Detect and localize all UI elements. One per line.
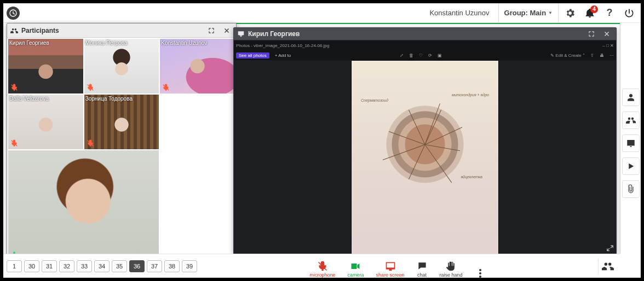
mic-muted-icon <box>87 139 94 147</box>
drawing-label: митохондрия + ядро <box>452 93 489 97</box>
top-bar: Konstantin Uzunov Group: Main ▼ 4 ? <box>3 3 641 23</box>
settings-button[interactable] <box>562 3 578 23</box>
expand-button[interactable] <box>205 25 217 37</box>
edit-create-button[interactable]: ✎ Edit & Create ˅ <box>550 53 585 58</box>
mic-muted-icon <box>10 84 18 91</box>
participant-tile[interactable]: Dalia Velizarova <box>8 95 83 149</box>
mic-muted-icon <box>162 84 170 91</box>
group-label: Group: Main <box>504 9 547 17</box>
session-controls: microphone camera share screen chat rais… <box>199 254 596 278</box>
participants-title: Participants <box>21 27 59 34</box>
delete-icon[interactable]: 🗑 <box>409 53 413 58</box>
help-button[interactable]: ? <box>601 3 618 23</box>
close-button[interactable] <box>601 28 613 40</box>
page-button[interactable]: 31 <box>42 260 57 272</box>
drawing-label: Cперматозоид <box>361 98 388 102</box>
zoom-icon[interactable]: ⤢ <box>400 53 404 58</box>
notifications-button[interactable]: 4 <box>582 3 598 23</box>
participant-name: Моника Петрова <box>85 40 128 46</box>
participant-name: Зорница Тодорова <box>85 96 133 102</box>
heart-icon[interactable]: ♡ <box>419 53 423 58</box>
group-selector[interactable]: Group: Main ▼ <box>498 3 559 22</box>
participants-grid: Кирил Георгиев Моника Петрова Konstantin… <box>7 38 236 256</box>
screen-share-panel: Кирил Георгиев Photos - viber_image_2021… <box>233 27 617 255</box>
tool-label: raise hand <box>440 272 463 278</box>
user-icon <box>626 92 636 102</box>
share-screen-button[interactable]: share screen <box>376 261 404 278</box>
close-icon <box>223 27 231 34</box>
screen-share-title: Кирил Георгиев <box>248 30 300 38</box>
share-screen-icon <box>385 261 396 272</box>
share-icon[interactable]: ⇪ <box>590 53 594 58</box>
see-all-photos-button[interactable]: See all photos <box>236 52 269 58</box>
paperclip-icon <box>626 184 636 194</box>
more-icon[interactable]: ⋯ <box>610 53 614 58</box>
page-button[interactable]: 30 <box>24 260 39 272</box>
participants-header[interactable]: Participants <box>7 24 236 38</box>
chat-button[interactable]: chat <box>417 261 428 278</box>
rail-attachment-button[interactable] <box>622 180 640 198</box>
page-button[interactable]: 32 <box>59 260 74 272</box>
participants-panel: Participants Кирил Георгиев Моника Петро… <box>7 23 237 257</box>
participant-tile[interactable]: Зорница Тодорова <box>84 95 159 149</box>
tool-label: microphone <box>309 272 335 278</box>
tool-label: camera <box>347 272 364 278</box>
participant-name: Dalia Velizarova <box>9 96 49 102</box>
shared-content: Photos - viber_image_2021-06-10_16-24-06… <box>234 40 616 256</box>
notifications-badge: 4 <box>590 5 598 13</box>
play-icon <box>626 161 636 171</box>
group-icon <box>602 260 614 272</box>
close-button[interactable] <box>221 25 233 37</box>
print-icon[interactable]: 🖶 <box>600 53 604 58</box>
gear-icon <box>565 8 576 19</box>
page-button[interactable]: 37 <box>147 260 162 272</box>
expand-icon <box>208 27 215 34</box>
participant-tile[interactable]: Кирил Георгиев <box>8 39 83 93</box>
rail-group-button[interactable] <box>622 112 640 129</box>
participant-tile[interactable]: Моника Петрова <box>84 39 159 93</box>
page-button[interactable]: 39 <box>182 260 197 272</box>
microphone-icon <box>317 261 328 272</box>
active-session-indicator <box>232 23 620 24</box>
camera-button[interactable]: camera <box>347 261 364 278</box>
toggle-participants-button[interactable] <box>598 259 617 274</box>
expand-button[interactable] <box>585 28 597 40</box>
raise-hand-icon <box>446 261 457 272</box>
microphone-button[interactable]: microphone <box>309 261 335 278</box>
mic-muted-icon <box>10 139 18 147</box>
expand-icon <box>588 30 595 38</box>
camera-icon <box>350 261 361 272</box>
mic-muted-icon <box>87 84 94 91</box>
rail-user-button[interactable] <box>622 89 640 106</box>
participants-icon <box>10 27 18 34</box>
page-button[interactable]: 1 <box>7 260 22 272</box>
page-navigator: 130313233343536373839 <box>7 260 197 272</box>
rotate-icon[interactable]: ⟳ <box>428 53 432 58</box>
bottom-bar: 130313233343536373839 microphone camera … <box>3 254 620 278</box>
photos-app-chrome: Photos - viber_image_2021-06-10_16-24-06… <box>234 40 616 50</box>
current-user: Konstantin Uzunov <box>429 9 489 17</box>
host-tile[interactable] <box>8 150 159 256</box>
rail-monitor-button[interactable] <box>622 134 640 152</box>
page-button[interactable]: 33 <box>77 260 92 272</box>
group-icon <box>626 115 636 125</box>
chat-icon <box>417 261 428 272</box>
empty-tile <box>160 95 235 149</box>
fullscreen-button[interactable] <box>606 244 614 254</box>
page-button[interactable]: 35 <box>112 260 127 272</box>
more-tools-button[interactable] <box>475 269 486 278</box>
rail-play-button[interactable] <box>622 157 640 175</box>
crop-icon[interactable]: ▣ <box>438 53 442 58</box>
right-toolbar <box>620 23 641 254</box>
app-logo <box>7 7 20 20</box>
monitor-icon <box>626 138 636 148</box>
page-button[interactable]: 36 <box>129 260 145 272</box>
page-button[interactable]: 38 <box>164 260 180 272</box>
participant-tile[interactable]: Konstantin Uzunov <box>160 39 235 93</box>
exit-button[interactable] <box>621 3 637 23</box>
page-button[interactable]: 34 <box>94 260 110 272</box>
participant-name: Кирил Георгиев <box>9 40 49 46</box>
add-to-button[interactable]: + Add to <box>275 53 291 58</box>
screen-share-header[interactable]: Кирил Георгиев <box>234 28 616 40</box>
raise-hand-button[interactable]: raise hand <box>440 261 463 278</box>
